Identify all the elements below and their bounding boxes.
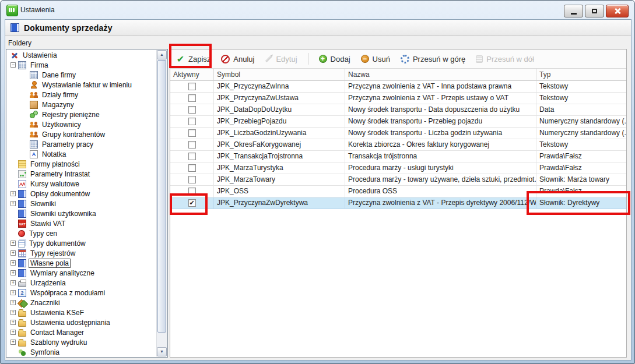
sidebar-item-opisy-dokumentow[interactable]: +Opisy dokumentów xyxy=(7,189,157,199)
dodaj-button[interactable]: +Dodaj xyxy=(319,55,350,63)
sidebar-item-firma[interactable]: −Firma xyxy=(7,60,157,70)
active-checkbox[interactable] xyxy=(188,176,196,183)
sidebar-item-label: Użytkownicy xyxy=(40,121,83,129)
typ-cell: Tekstowy xyxy=(536,139,626,151)
sidebar-item-znaczniki[interactable]: +Znaczniki xyxy=(7,298,157,308)
zapisz-button[interactable]: ✔Zapisz xyxy=(176,55,211,63)
expand-icon[interactable]: + xyxy=(10,280,16,285)
sidebar-item-szablony-wydruku[interactable]: +Szablony wydruku xyxy=(7,337,157,347)
active-checkbox[interactable] xyxy=(188,106,196,114)
expand-icon[interactable]: + xyxy=(10,201,16,206)
sidebar-item-parametry-pracy[interactable]: Parametry pracy xyxy=(7,139,157,149)
sidebar-item-notatka[interactable]: Notatka xyxy=(7,149,157,159)
sidebar-item-symfonia[interactable]: Symfonia xyxy=(7,347,157,356)
przesun-w-gore-button[interactable]: Przesuń w górę xyxy=(401,55,465,63)
aktywny-cell xyxy=(170,93,214,104)
nazwa-cell: Przyczyna zwolnienia z VAT - Przepis dyr… xyxy=(345,197,536,209)
usun-button[interactable]: −Usuń xyxy=(361,55,390,63)
sidebar-item-wspolpraca-z-modulami[interactable]: +Współpraca z modułami xyxy=(7,288,157,298)
table-row-jpk-przebiegpojazdu[interactable]: JPK_PrzebiegPojazduNowy środek transport… xyxy=(170,116,626,128)
sidebar-item-urzadzenia[interactable]: +Urządzenia xyxy=(7,278,157,288)
table-row-jpk-marzatowary[interactable]: JPK_MarzaTowaryProcedura marży - towary … xyxy=(170,174,626,186)
active-checkbox[interactable] xyxy=(188,164,196,172)
sidebar-item-rejestry-pieniezne[interactable]: Rejestry pieniężne xyxy=(7,109,157,119)
tree-scrollbar[interactable]: ▲ ▼ xyxy=(156,50,167,356)
sidebar-item-ustawienia-ksef[interactable]: +Ustawienia KSeF xyxy=(7,308,157,317)
expand-icon[interactable]: + xyxy=(10,320,16,325)
expand-icon[interactable]: + xyxy=(10,250,16,256)
table-row-jpk-transakcjatrojstronna[interactable]: JPK_TransakcjaTrojstronnaTransakcja trój… xyxy=(170,151,626,162)
symbol-cell: JPK_DataDopDoUzytku xyxy=(214,104,345,116)
sidebar-item-uzytkownicy[interactable]: Użytkownicy xyxy=(7,119,157,129)
sidebar-item-label: Wymiary analityczne xyxy=(29,269,96,277)
expand-icon[interactable]: + xyxy=(10,290,16,295)
sidebar-item-contact-manager[interactable]: +Contact Manager xyxy=(7,327,157,337)
sidebar-item-wymiary-analityczne[interactable]: +Wymiary analityczne xyxy=(7,268,157,278)
column-header-symbol[interactable]: Symbol xyxy=(214,69,345,81)
table-row-jpk-liczbagodzinuzywania[interactable]: JPK_LiczbaGodzinUzywaniaNowy środek tran… xyxy=(170,128,626,139)
sidebar-item-typy-dokumentow[interactable]: +Typy dokumentów xyxy=(7,238,157,248)
close-icon xyxy=(614,8,621,15)
sidebar-item-wystawianie-faktur-w-imieniu[interactable]: Wystawianie faktur w imieniu xyxy=(7,80,157,90)
active-checkbox[interactable] xyxy=(188,129,196,137)
sidebar-item-kursy-walutowe[interactable]: Kursy walutowe xyxy=(7,179,157,189)
sidebar-item-parametry-intrastat[interactable]: Parametry Intrastat xyxy=(7,169,157,179)
folder-icon xyxy=(18,341,26,347)
active-checkbox[interactable] xyxy=(188,94,196,102)
table-row-jpk-przyczynazwdyrektywa[interactable]: ✔JPK_PrzyczynaZwDyrektywaPrzyczyna zwoln… xyxy=(170,197,626,209)
active-checkbox[interactable] xyxy=(188,188,196,195)
expand-icon[interactable]: + xyxy=(10,330,16,335)
collapse-icon[interactable]: − xyxy=(10,62,16,68)
sidebar-item-magazyny[interactable]: Magazyny xyxy=(7,100,157,109)
maximize-button[interactable] xyxy=(585,5,604,17)
scrollbar-thumb[interactable] xyxy=(157,60,166,333)
column-header-aktywny[interactable]: Aktywny xyxy=(170,69,214,81)
docs-icon xyxy=(18,241,25,248)
sidebar-item-ustawienia-udostepniania[interactable]: +Ustawienia udostępniania xyxy=(7,317,157,327)
expand-icon[interactable]: + xyxy=(10,300,16,305)
expand-icon[interactable]: + xyxy=(10,260,16,266)
tree-indent xyxy=(22,122,27,127)
active-checkbox[interactable] xyxy=(188,118,196,125)
sidebar-item-dzialy-firmy[interactable]: Działy firmy xyxy=(7,90,157,100)
table-row-jpk-okresfakorygowanej[interactable]: JPK_OkresFaKorygowanejKorekta zbiorcza -… xyxy=(170,139,626,151)
tag-icon xyxy=(18,299,26,307)
expand-icon[interactable]: + xyxy=(10,340,16,345)
active-checkbox[interactable] xyxy=(188,83,196,90)
minimize-button[interactable] xyxy=(564,5,583,17)
wrench-icon xyxy=(10,51,19,59)
table-row-jpk-przyczynazwinna[interactable]: JPK_PrzyczynaZwInnaPrzyczyna zwolnienia … xyxy=(170,81,626,93)
table-row-jpk-marzaturystyka[interactable]: JPK_MarzaTurystykaProcedura marży - usłu… xyxy=(170,162,626,174)
sidebar-item-typy-rejestrow[interactable]: +Typy rejestrów xyxy=(7,248,157,258)
sidebar-item-wlasne-pola[interactable]: +Własne pola xyxy=(7,258,157,268)
typ-cell: Prawda\Fałsz xyxy=(536,162,626,174)
scroll-up-button[interactable]: ▲ xyxy=(157,50,167,59)
symbol-cell: JPK_PrzyczynaZwDyrektywa xyxy=(214,197,345,209)
anuluj-button[interactable]: Anuluj xyxy=(221,55,254,63)
expand-icon[interactable]: + xyxy=(10,270,16,275)
sidebar-item-stawki-vat[interactable]: Stawki VAT xyxy=(7,218,157,228)
table-row-jpk-przyczynazwustawa[interactable]: JPK_PrzyczynaZwUstawaPrzyczyna zwolnieni… xyxy=(170,93,626,104)
expand-icon[interactable]: + xyxy=(10,310,16,315)
sidebar-item-typy-cen[interactable]: Typy cen xyxy=(7,228,157,238)
scroll-down-button[interactable]: ▼ xyxy=(157,347,167,356)
column-header-nazwa[interactable]: Nazwa xyxy=(345,69,536,81)
sidebar-item-dane-firmy[interactable]: Dane firmy xyxy=(7,70,157,80)
sidebar-item-ustawienia[interactable]: Ustawienia xyxy=(7,50,157,60)
sidebar-item-slowniki-uzytkownika[interactable]: Słowniki użytkownika xyxy=(7,208,157,218)
close-button[interactable] xyxy=(606,5,629,17)
active-checkbox[interactable] xyxy=(188,153,196,160)
column-header-typ[interactable]: Typ xyxy=(536,69,626,81)
expand-icon[interactable]: + xyxy=(10,241,16,246)
expand-icon[interactable]: + xyxy=(10,191,16,196)
sidebar-item-grupy-kontrahentow[interactable]: Grupy kontrahentów xyxy=(7,129,157,139)
sidebar-item-slowniki[interactable]: +Słowniki xyxy=(7,199,157,208)
table-row-jpk-datadopdouzytku[interactable]: JPK_DataDopDoUzytkuNowy środek transport… xyxy=(170,104,626,116)
active-checkbox[interactable] xyxy=(188,141,196,149)
table-row-jpk-oss[interactable]: JPK_OSSProcedura OSSPrawda\Fałsz xyxy=(170,186,626,197)
sidebar-item-formy-platnosci[interactable]: Formy płatności xyxy=(7,159,157,169)
active-checkbox[interactable]: ✔ xyxy=(188,199,196,207)
page-header: Dokumenty sprzedaży xyxy=(5,20,631,36)
sidebar-item-label: Działy firmy xyxy=(40,91,80,99)
book-icon xyxy=(18,200,26,208)
